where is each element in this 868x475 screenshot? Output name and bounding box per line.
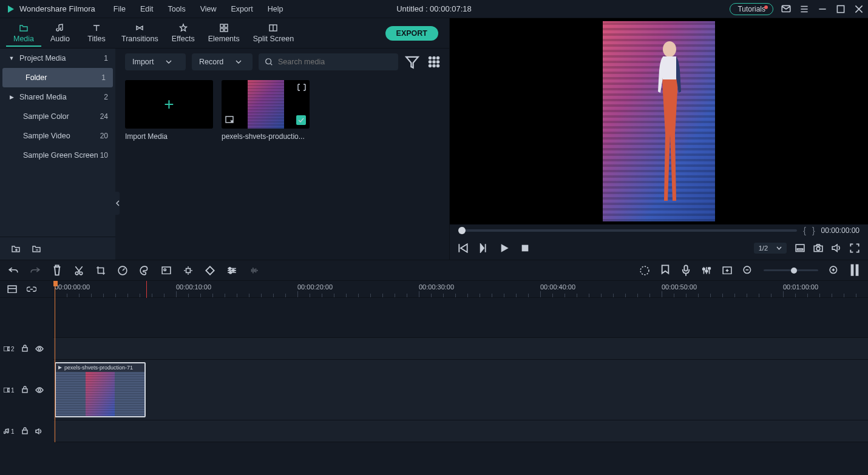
sidebar-project-media[interactable]: ▼Project Media1 — [0, 49, 115, 68]
list-icon[interactable] — [799, 4, 810, 15]
menu-export[interactable]: Export — [225, 2, 259, 16]
toggle-link-icon[interactable] — [27, 285, 36, 294]
import-dropdown[interactable]: Import — [125, 53, 186, 70]
motion-track-icon[interactable] — [183, 266, 193, 275]
green-screen-icon[interactable] — [161, 266, 171, 275]
menu-tools[interactable]: Tools — [161, 2, 191, 16]
volume-icon[interactable] — [832, 243, 841, 253]
marker-icon[interactable] — [660, 266, 670, 275]
redo-icon[interactable] — [30, 266, 40, 275]
crop-icon[interactable] — [96, 266, 106, 275]
add-media-icon[interactable] — [722, 266, 732, 275]
sidebar-sample-color[interactable]: Sample Color24 — [0, 107, 115, 126]
tutorials-button[interactable]: Tutorials — [730, 3, 773, 15]
import-media-card[interactable]: + Import Media — [125, 80, 213, 141]
snapshot-icon[interactable] — [813, 243, 823, 253]
timeline-clip[interactable]: pexels-shvets-production-71 — [55, 362, 146, 417]
manage-tracks-icon[interactable] — [7, 285, 17, 294]
zoom-fit-icon[interactable] — [850, 266, 860, 275]
tab-titles[interactable]: Titles — [79, 21, 114, 45]
mark-in-icon[interactable]: { — [803, 226, 806, 235]
fullscreen-icon[interactable] — [850, 243, 860, 253]
cut-icon[interactable] — [74, 266, 84, 275]
chevron-down-icon: ▼ — [8, 55, 15, 61]
svg-point-8 — [429, 57, 431, 59]
minimize-icon[interactable] — [817, 4, 828, 15]
eye-icon[interactable] — [35, 386, 44, 395]
svg-rect-36 — [703, 268, 705, 269]
svg-rect-28 — [162, 267, 171, 274]
add-to-timeline-icon[interactable] — [225, 116, 234, 125]
sidebar-sample-video[interactable]: Sample Video20 — [0, 126, 115, 146]
sidebar-shared-media[interactable]: ▶Shared Media2 — [0, 87, 115, 107]
timeline-tracks[interactable]: 00:00:00:0000:00:10:0000:00:20:0000:00:3… — [53, 281, 868, 442]
color-icon[interactable] — [140, 266, 149, 275]
tab-elements[interactable]: Elements — [202, 21, 246, 45]
video-track-2[interactable] — [53, 338, 868, 360]
lock-icon[interactable] — [22, 386, 28, 395]
sidebar-folder[interactable]: Folder1 — [2, 68, 113, 87]
menu-file[interactable]: File — [107, 2, 132, 16]
speaker-icon[interactable] — [35, 427, 42, 436]
lock-icon[interactable] — [22, 345, 28, 354]
full-clip-icon[interactable] — [297, 84, 306, 93]
menu-edit[interactable]: Edit — [134, 2, 160, 16]
track-header-video2[interactable]: 2 — [0, 338, 53, 360]
preview-viewport[interactable] — [450, 18, 868, 224]
svg-point-12 — [433, 61, 435, 62]
track-header-video1[interactable]: 1 — [0, 360, 53, 420]
ruler-label: 00:01:00:00 — [783, 283, 818, 291]
audio-wave-icon[interactable] — [249, 266, 259, 275]
audio-track-1[interactable] — [53, 420, 868, 442]
track-headers: 2 1 1 — [0, 281, 53, 442]
menu-view[interactable]: View — [194, 2, 223, 16]
messages-icon[interactable] — [781, 4, 792, 15]
tab-effects[interactable]: Effects — [166, 21, 201, 45]
step-back-icon[interactable] — [458, 243, 468, 253]
play-icon[interactable] — [500, 243, 509, 253]
tab-media[interactable]: Media — [6, 21, 41, 47]
zoom-in-icon[interactable] — [829, 266, 839, 275]
scrub-thumb[interactable] — [458, 227, 466, 234]
preview-scale-select[interactable]: 1/2 — [754, 243, 787, 254]
tab-audio[interactable]: Audio — [42, 21, 78, 45]
close-icon[interactable] — [853, 4, 864, 15]
maximize-icon[interactable] — [835, 4, 846, 15]
tab-split-screen[interactable]: Split Screen — [247, 21, 300, 45]
video-track-1[interactable]: pexels-shvets-production-71 — [53, 360, 868, 420]
lock-icon[interactable] — [22, 427, 28, 436]
track-header-audio1[interactable]: 1 — [0, 420, 53, 442]
menu-help[interactable]: Help — [262, 2, 290, 16]
tab-transitions[interactable]: Transitions — [115, 21, 164, 45]
keyframe-icon[interactable] — [205, 266, 215, 275]
voiceover-icon[interactable] — [681, 266, 691, 275]
speed-icon[interactable] — [118, 266, 127, 275]
filter-icon[interactable] — [404, 54, 420, 70]
stop-icon[interactable] — [520, 243, 530, 253]
media-item[interactable]: pexels-shvets-productio... — [222, 80, 310, 141]
delete-folder-icon[interactable] — [32, 244, 41, 254]
new-folder-icon[interactable] — [11, 244, 21, 254]
undo-icon[interactable] — [8, 266, 18, 275]
playhead[interactable] — [55, 281, 55, 442]
zoom-out-icon[interactable] — [743, 266, 753, 275]
eye-icon[interactable] — [35, 345, 44, 354]
play-pause-icon[interactable] — [479, 243, 489, 253]
mark-out-icon[interactable]: } — [812, 226, 815, 235]
audio-mixer-icon[interactable] — [702, 266, 711, 275]
adjust-icon[interactable] — [227, 266, 237, 275]
svg-rect-45 — [4, 346, 8, 351]
zoom-slider[interactable] — [764, 269, 818, 271]
search-field[interactable] — [278, 58, 392, 66]
export-button[interactable]: EXPORT — [385, 26, 438, 41]
grid-view-icon[interactable] — [426, 54, 442, 70]
delete-icon[interactable] — [52, 266, 62, 275]
collapse-sidebar-icon[interactable] — [115, 192, 120, 215]
sidebar-sample-green-screen[interactable]: Sample Green Screen10 — [0, 146, 115, 165]
preview-quality-icon[interactable] — [795, 243, 805, 253]
timeline-ruler[interactable]: 00:00:00:0000:00:10:0000:00:20:0000:00:3… — [53, 281, 868, 298]
search-input[interactable] — [259, 53, 398, 70]
render-icon[interactable] — [640, 266, 649, 275]
record-dropdown[interactable]: Record — [192, 53, 253, 70]
scrub-bar[interactable] — [458, 229, 797, 232]
